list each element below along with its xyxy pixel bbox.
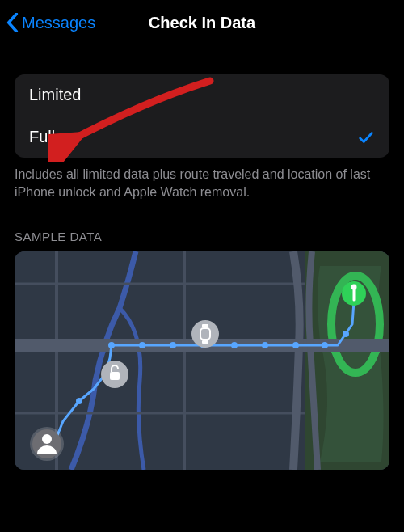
svg-point-19: [343, 331, 349, 337]
option-limited[interactable]: Limited: [15, 74, 389, 116]
chevron-left-icon: [6, 13, 19, 32]
svg-rect-28: [202, 324, 208, 327]
svg-point-12: [139, 342, 145, 348]
svg-point-15: [231, 342, 238, 348]
svg-point-32: [351, 285, 357, 290]
page-title: Check In Data: [149, 14, 255, 32]
map-illustration-icon: [15, 251, 389, 470]
option-description: Includes all limited data plus route tra…: [0, 158, 404, 201]
destination-pin-icon: [342, 281, 366, 306]
svg-point-18: [322, 342, 328, 348]
back-button[interactable]: Messages: [6, 13, 95, 32]
unlock-marker-icon: [101, 361, 128, 388]
svg-point-23: [42, 434, 52, 444]
svg-rect-29: [202, 340, 208, 344]
svg-point-11: [108, 342, 115, 348]
svg-rect-25: [110, 372, 120, 380]
section-header-sample-data: SAMPLE DATA: [0, 201, 404, 251]
checkmark-icon: [357, 129, 375, 146]
svg-point-16: [262, 342, 268, 348]
option-full-label: Full: [29, 128, 55, 146]
avatar-marker-icon: [30, 427, 64, 461]
option-full[interactable]: Full: [15, 116, 389, 158]
back-label: Messages: [22, 14, 95, 32]
sample-map: [15, 251, 389, 470]
watch-marker-icon: [191, 320, 219, 348]
option-limited-label: Limited: [29, 86, 81, 104]
navigation-bar: Messages Check In Data: [0, 0, 404, 45]
svg-point-17: [292, 342, 299, 348]
svg-point-9: [76, 398, 82, 404]
data-options-list: Limited Full: [15, 74, 389, 158]
svg-point-13: [170, 342, 176, 348]
